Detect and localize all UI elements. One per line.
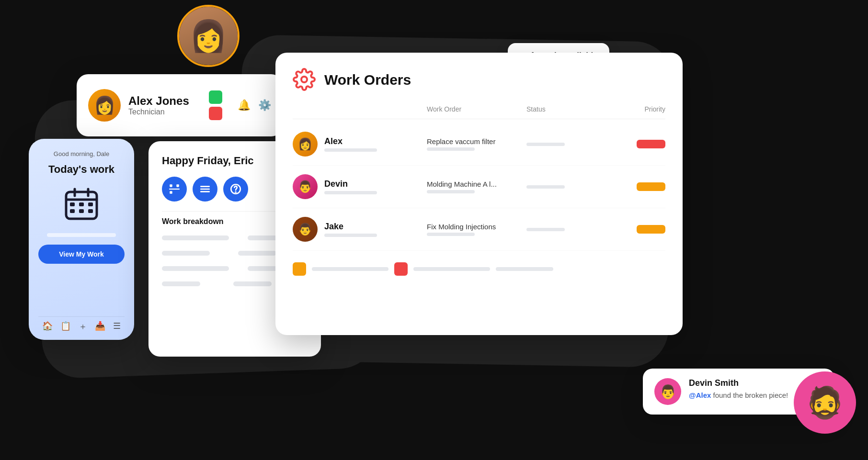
- col-status: Status: [526, 105, 603, 113]
- svg-rect-11: [176, 184, 179, 187]
- help-button[interactable]: [223, 177, 248, 202]
- comment-rest: found the broken piece!: [713, 391, 788, 399]
- bottom-nav: 🏠 📋 ＋ 📥 ☰: [38, 316, 125, 332]
- work-order-row-devin[interactable]: 👨 Devin Molding Machine A l...: [293, 166, 665, 208]
- order-text-jake: Fix Molding Injections: [427, 223, 526, 236]
- comment-body: Devin Smith @Alex found the broken piece…: [689, 378, 788, 400]
- gear-icon[interactable]: ⚙️: [258, 99, 271, 112]
- priority-devin: [603, 182, 665, 191]
- profile-card: 👩 Alex Jones Technician 🔔 ⚙️: [77, 74, 283, 136]
- profile-info: Alex Jones Technician: [128, 94, 197, 116]
- footer-bar-2: [413, 267, 490, 271]
- progress-bar: [47, 233, 116, 237]
- order-text-devin: Molding Machine A l...: [427, 180, 526, 193]
- comment-author: Devin Smith: [689, 378, 788, 388]
- profile-avatar: 👩: [88, 89, 121, 122]
- nav-menu-icon[interactable]: ☰: [113, 321, 121, 332]
- nav-inbox-icon[interactable]: 📥: [95, 321, 105, 332]
- priority-jake: [603, 225, 665, 234]
- indicator-green: [209, 90, 222, 104]
- work-breakdown-title: Work breakdown: [162, 217, 224, 226]
- mobile-title: Today's work: [38, 163, 125, 176]
- list-button[interactable]: [193, 177, 217, 202]
- footer-bar-3: [496, 267, 553, 271]
- work-orders-card: Work Orders Work Order Status Priority 👩…: [275, 53, 683, 335]
- work-orders-rows: 👩 Alex Replace vaccum filter: [293, 123, 665, 251]
- avatar-alex: 👩: [293, 132, 318, 157]
- comment-mention: @Alex: [689, 391, 711, 399]
- scan-button[interactable]: [162, 177, 187, 202]
- footer-bar-1: [312, 267, 388, 271]
- status-jake: [526, 228, 603, 231]
- footer-red-block: [394, 262, 408, 276]
- svg-rect-9: [88, 209, 93, 213]
- work-orders-header: Work Orders: [293, 68, 665, 92]
- comment-avatar: 👨: [654, 378, 681, 405]
- person-devin: 👨 Devin: [293, 174, 427, 199]
- svg-rect-12: [170, 191, 172, 193]
- col-work-order: Work Order: [427, 105, 526, 113]
- svg-point-18: [235, 192, 236, 192]
- svg-rect-5: [79, 202, 84, 206]
- floating-bottom-right-avatar: 🧔: [794, 371, 856, 434]
- footer-yellow-block: [293, 262, 306, 276]
- status-alex: [526, 143, 603, 146]
- floating-top-avatar: 👩: [177, 5, 240, 67]
- priority-alex: [603, 140, 665, 148]
- col-person: [293, 105, 427, 113]
- person-name-devin: Devin: [324, 179, 377, 189]
- person-name-alex: Alex: [324, 136, 377, 146]
- person-name-jake: Jake: [324, 222, 377, 232]
- nav-add-icon[interactable]: ＋: [79, 321, 87, 332]
- profile-actions: 🔔 ⚙️: [238, 99, 271, 112]
- profile-indicators: [209, 90, 222, 120]
- person-alex: 👩 Alex: [293, 132, 427, 157]
- avatar-jake: 👨: [293, 217, 318, 242]
- svg-point-19: [301, 77, 307, 82]
- priority-badge-red: [637, 140, 665, 148]
- view-my-work-button[interactable]: View My Work: [38, 245, 125, 264]
- nav-clipboard-icon[interactable]: 📋: [60, 321, 71, 332]
- work-orders-title: Work Orders: [324, 72, 411, 88]
- status-devin: [526, 185, 603, 189]
- svg-rect-10: [170, 184, 172, 187]
- priority-badge-yellow-devin: [637, 182, 665, 191]
- indicator-red: [209, 107, 222, 120]
- work-order-row-alex[interactable]: 👩 Alex Replace vaccum filter: [293, 123, 665, 166]
- order-text-alex: Replace vaccum filter: [427, 137, 526, 151]
- col-priority: Priority: [603, 105, 665, 113]
- calendar-icon: [62, 185, 101, 224]
- work-orders-table-header: Work Order Status Priority: [293, 105, 665, 119]
- mobile-greeting: Good morning, Dale: [38, 150, 125, 157]
- profile-name: Alex Jones: [128, 94, 197, 108]
- profile-role: Technician: [128, 108, 197, 116]
- comment-text: @Alex found the broken piece!: [689, 390, 788, 400]
- bell-icon[interactable]: 🔔: [238, 99, 251, 112]
- mobile-app-card: Good morning, Dale Today's work View My …: [29, 139, 134, 340]
- svg-rect-4: [70, 202, 75, 206]
- work-order-row-jake[interactable]: 👨 Jake Fix Molding Injections: [293, 208, 665, 251]
- svg-rect-6: [88, 202, 93, 206]
- nav-home-icon[interactable]: 🏠: [42, 321, 53, 332]
- work-orders-footer: [293, 258, 665, 276]
- work-orders-gear-icon: [293, 68, 317, 92]
- priority-badge-yellow-jake: [637, 225, 665, 234]
- avatar-devin: 👨: [293, 174, 318, 199]
- svg-rect-7: [70, 209, 75, 213]
- svg-rect-8: [79, 209, 84, 213]
- person-jake: 👨 Jake: [293, 217, 427, 242]
